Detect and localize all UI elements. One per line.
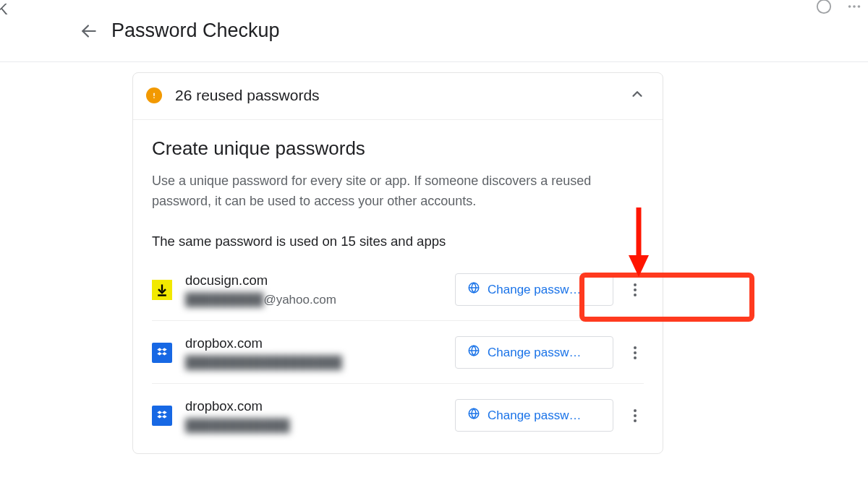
svg-point-11 (634, 288, 637, 291)
card-body: Create unique passwords Use a unique pas… (133, 120, 663, 446)
password-entry: dropbox.com████████████Change passw… (152, 391, 644, 446)
card-header-title: 26 reused passwords (175, 87, 616, 104)
dropbox-icon (152, 406, 172, 426)
header-bar: Password Checkup (0, 0, 868, 62)
more-options-icon[interactable] (626, 408, 644, 423)
entry-text: dropbox.com████████████ (185, 398, 442, 433)
download-icon (152, 280, 172, 300)
svg-point-0 (817, 0, 830, 13)
username: ██████████████████ (185, 356, 442, 370)
globe-icon (467, 344, 480, 361)
chevron-up-icon (629, 86, 645, 105)
top-right-icons (816, 0, 862, 14)
card-header[interactable]: 26 reused passwords (133, 73, 663, 120)
more-options-icon[interactable] (626, 283, 644, 297)
svg-rect-5 (153, 93, 155, 97)
section-title: Create unique passwords (152, 137, 644, 160)
cropped-letter: K (0, 0, 8, 19)
change-password-button[interactable]: Change passw… (455, 273, 613, 306)
svg-point-1 (848, 5, 851, 8)
entry-text: docusign.com█████████@yahoo.com (185, 273, 442, 307)
back-arrow-icon[interactable] (80, 22, 98, 40)
entry-text: dropbox.com██████████████████ (185, 335, 442, 370)
site-name: dropbox.com (185, 398, 442, 414)
site-name: dropbox.com (185, 335, 442, 351)
username: ████████████ (185, 419, 442, 433)
password-entry: dropbox.com██████████████████Change pass… (152, 328, 644, 384)
svg-point-6 (153, 97, 155, 98)
change-password-label: Change passw… (488, 408, 581, 423)
dropbox-icon (152, 343, 172, 363)
svg-point-16 (634, 351, 637, 354)
svg-point-2 (853, 5, 856, 8)
globe-icon (467, 407, 480, 424)
entries-list: docusign.com█████████@yahoo.comChange pa… (152, 265, 644, 446)
site-name: docusign.com (185, 273, 442, 288)
svg-point-12 (634, 294, 637, 296)
svg-point-10 (634, 283, 637, 286)
change-password-label: Change passw… (488, 283, 581, 297)
globe-icon (467, 281, 480, 298)
page-title: Password Checkup (111, 20, 280, 42)
svg-point-3 (858, 5, 861, 8)
section-description: Use a unique password for every site or … (152, 171, 644, 212)
password-group-label: The same password is used on 15 sites an… (152, 234, 644, 249)
svg-point-20 (634, 409, 637, 412)
password-entry: docusign.com█████████@yahoo.comChange pa… (152, 265, 644, 321)
change-password-button[interactable]: Change passw… (455, 399, 613, 432)
change-password-label: Change passw… (488, 346, 581, 360)
change-password-button[interactable]: Change passw… (455, 336, 613, 369)
svg-point-15 (634, 346, 637, 349)
svg-point-21 (634, 414, 637, 417)
svg-point-17 (634, 356, 637, 359)
svg-point-22 (634, 419, 637, 422)
warning-icon (146, 87, 162, 103)
username: █████████@yahoo.com (185, 293, 442, 307)
more-options-icon[interactable] (626, 346, 644, 360)
reused-passwords-card: 26 reused passwords Create unique passwo… (132, 72, 663, 454)
